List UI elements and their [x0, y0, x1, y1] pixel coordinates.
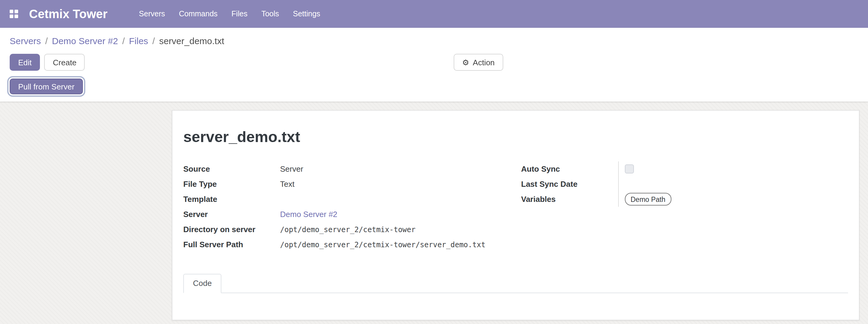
- tab-code[interactable]: Code: [183, 274, 221, 293]
- field-group-right: Auto SyncLast Sync DateVariables Demo Pa…: [521, 161, 848, 252]
- content-area: server_demo.txt SourceServerFile TypeTex…: [0, 102, 868, 324]
- field-value-row-variables: Demo Path: [624, 192, 697, 207]
- field-row-source: SourceServer: [183, 161, 510, 176]
- field-value-file-type: Text: [280, 178, 294, 190]
- right-field-labels: Auto SyncLast Sync DateVariables: [521, 161, 618, 207]
- field-value-source: Server: [280, 163, 303, 175]
- field-label-auto-sync: Auto Sync: [521, 161, 618, 176]
- tag-demo-path[interactable]: Demo Path: [624, 193, 672, 205]
- field-row-template: Template: [183, 192, 510, 207]
- field-label-last-sync-date: Last Sync Date: [521, 176, 618, 192]
- app-brand[interactable]: Cetmix Tower: [29, 7, 107, 21]
- action-menu-label: Action: [473, 58, 495, 67]
- menu-item-files[interactable]: Files: [231, 10, 247, 18]
- action-menu-button[interactable]: ⚙ Action: [454, 54, 503, 71]
- field-value-directory-on-server: /opt/demo_server_2/cetmix-tower: [280, 223, 415, 235]
- field-label-template: Template: [183, 193, 280, 205]
- field-label-source: Source: [183, 163, 280, 175]
- right-field-values: Demo Path: [618, 161, 697, 207]
- edit-button[interactable]: Edit: [10, 54, 40, 71]
- form-sheet: server_demo.txt SourceServerFile TypeTex…: [172, 110, 860, 320]
- create-button[interactable]: Create: [44, 54, 85, 71]
- field-row-directory-on-server: Directory on server/opt/demo_server_2/ce…: [183, 222, 510, 237]
- field-label-server: Server: [183, 208, 280, 220]
- field-value-row-auto-sync: [624, 161, 697, 176]
- field-row-full-server-path: Full Server Path/opt/demo_server_2/cetmi…: [183, 237, 510, 252]
- breadcrumb-link-demo-server-2[interactable]: Demo Server #2: [52, 36, 118, 46]
- field-label-file-type: File Type: [183, 178, 280, 190]
- apps-grid-icon[interactable]: [10, 10, 18, 18]
- field-value-full-server-path: /opt/demo_server_2/cetmix-tower/server_d…: [280, 238, 486, 251]
- gear-icon: ⚙: [462, 58, 469, 66]
- button-row: Edit Create ⚙ Action: [0, 50, 868, 71]
- top-navbar: Cetmix Tower ServersCommandsFilesToolsSe…: [0, 0, 868, 28]
- field-value-row-last-sync-date: [624, 176, 697, 192]
- auto-sync-checkbox: [624, 164, 633, 173]
- breadcrumb-separator: /: [122, 36, 125, 46]
- record-title: server_demo.txt: [183, 128, 848, 146]
- menu-item-tools[interactable]: Tools: [261, 10, 279, 18]
- pull-from-server-button[interactable]: Pull from Server: [10, 78, 83, 94]
- status-row: Pull from Server: [0, 71, 868, 102]
- field-label-full-server-path: Full Server Path: [183, 238, 280, 251]
- field-label-variables: Variables: [521, 192, 618, 207]
- breadcrumb-link-servers[interactable]: Servers: [10, 36, 41, 46]
- field-groups: SourceServerFile TypeTextTemplateServerD…: [183, 161, 848, 252]
- screen: Cetmix Tower ServersCommandsFilesToolsSe…: [0, 0, 868, 324]
- menu-item-servers[interactable]: Servers: [139, 10, 165, 18]
- breadcrumb-separator: /: [45, 36, 48, 46]
- field-label-directory-on-server: Directory on server: [183, 223, 280, 235]
- field-group-left: SourceServerFile TypeTextTemplateServerD…: [183, 161, 510, 252]
- breadcrumb-current: server_demo.txt: [159, 36, 224, 46]
- code-tab-content: [183, 293, 848, 320]
- notebook-tabs: Code: [183, 274, 848, 293]
- breadcrumb-link-files[interactable]: Files: [129, 36, 148, 46]
- field-row-server: ServerDemo Server #2: [183, 207, 510, 222]
- breadcrumb-separator: /: [152, 36, 155, 46]
- field-row-file-type: File TypeText: [183, 176, 510, 192]
- main-menu: ServersCommandsFilesToolsSettings: [139, 10, 320, 18]
- field-value-server[interactable]: Demo Server #2: [280, 208, 337, 220]
- control-panel: Servers/Demo Server #2/Files/server_demo…: [0, 28, 868, 102]
- menu-item-commands[interactable]: Commands: [179, 10, 218, 18]
- breadcrumb: Servers/Demo Server #2/Files/server_demo…: [0, 28, 868, 50]
- menu-item-settings[interactable]: Settings: [293, 10, 320, 18]
